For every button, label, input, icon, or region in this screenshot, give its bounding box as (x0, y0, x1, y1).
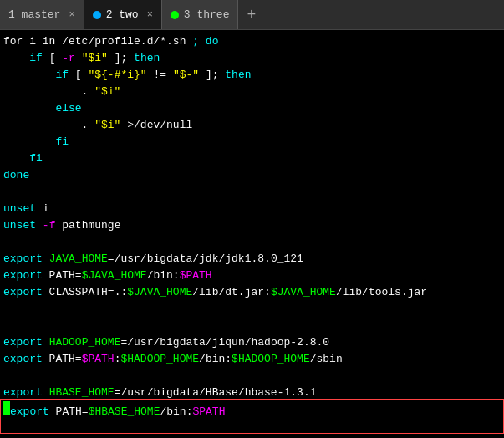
code-line: unset -f pathmunge (3, 217, 501, 234)
tab-2-close[interactable]: × (147, 10, 153, 20)
code-line (3, 301, 501, 318)
code-line (3, 184, 501, 201)
tab-3-label: 3 three (184, 8, 230, 21)
code-line: fi (3, 150, 501, 167)
code-line-hbase-home: export HBASE_HOME=/usr/bigdata/HBase/hba… (3, 385, 501, 401)
tab-1-close[interactable]: × (69, 10, 74, 20)
tab-1-label: 1 master (8, 8, 60, 21)
code-line-hbase-path: export PATH=$HBASE_HOME/bin:$PATH (3, 401, 501, 420)
code-line (3, 318, 501, 334)
code-line: unset i (3, 201, 501, 217)
code-line: export PATH=$PATH:$HADOOP_HOME/bin:$HADO… (3, 351, 501, 368)
code-line: export CLASSPATH=.:$JAVA_HOME/lib/dt.jar… (3, 284, 501, 301)
code-line: for i in /etc/profile.d/*.sh ; do (3, 33, 501, 50)
add-tab-button[interactable]: + (238, 0, 264, 29)
tab-3-three[interactable]: 3 three (162, 0, 239, 29)
code-line: fi (3, 134, 501, 150)
code-line: export PATH=$JAVA_HOME/bin:$PATH (3, 267, 501, 284)
code-line: export HADOOP_HOME=/usr/bigdata/jiqun/ha… (3, 334, 501, 351)
tab-2-label: 2 two (106, 8, 139, 21)
code-line: if [ -r "$i" ]; then (3, 50, 501, 67)
code-line: . "$i" >/dev/null (3, 117, 501, 134)
tab-3-dot (171, 11, 179, 19)
tab-bar: 1 master × 2 two × 3 three + (0, 0, 504, 30)
code-line: else (3, 100, 501, 117)
tab-2-dot (93, 11, 101, 19)
tab-1-master[interactable]: 1 master × (0, 0, 84, 29)
code-line: if [ "${-#*i}" != "$-" ]; then (3, 67, 501, 84)
tab-2-two[interactable]: 2 two × (84, 0, 162, 29)
code-line: export JAVA_HOME=/usr/bigdata/jdk/jdk1.8… (3, 251, 501, 267)
cursor-indicator (3, 401, 10, 415)
code-line (3, 234, 501, 251)
code-line: done (3, 167, 501, 184)
code-line: . "$i" (3, 84, 501, 100)
code-area: for i in /etc/profile.d/*.sh ; do if [ -… (0, 30, 504, 438)
code-line (3, 368, 501, 385)
